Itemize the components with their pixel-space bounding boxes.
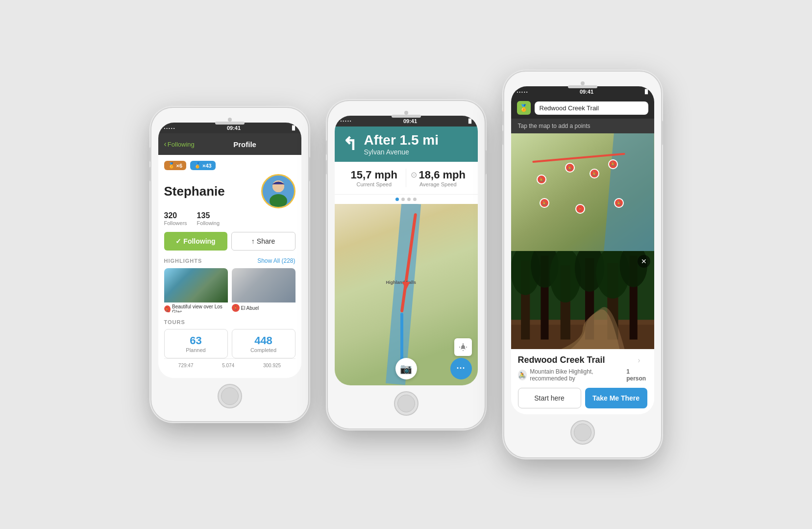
nav-title: Profile: [195, 140, 295, 149]
trail-map[interactable]: 🚴 🚴 🚴 🚴 🚴 🚶 🚴: [511, 133, 654, 251]
scene: ••••• 09:41 ▉ ‹ Following Profile 🏅 ×6: [132, 52, 681, 477]
trail-photo: ✕: [511, 251, 654, 349]
home-button-2[interactable]: [394, 391, 418, 416]
follower-stats: 320 Followers 135 Following: [164, 211, 295, 226]
back-chevron-icon: ‹: [164, 140, 167, 149]
following-stat: 135 Following: [197, 211, 220, 226]
nav-bar-1: ‹ Following Profile: [158, 133, 301, 155]
forest-image: [511, 251, 654, 349]
trail-action-buttons: Start here Take Me There: [518, 388, 647, 408]
recommended-count: 1 person: [626, 368, 647, 382]
status-bar-1: ••••• 09:41 ▉: [158, 123, 301, 133]
status-bar-2: ••••• 09:41 ▉: [335, 116, 478, 126]
dot-3: [407, 198, 411, 201]
take-me-there-button[interactable]: Take Me There: [585, 388, 647, 408]
current-speed-label: Current Speed: [343, 181, 406, 187]
back-label: Following: [168, 141, 195, 148]
signal-dots-3: •••••: [517, 90, 529, 94]
trail-marker-6[interactable]: 🚶: [575, 204, 585, 214]
street-name: Sylvan Avenue: [364, 148, 439, 156]
page-dots: [335, 195, 478, 204]
share-icon: ↑: [251, 237, 255, 245]
checkmark-icon: ✓: [175, 237, 181, 245]
trail-name-row: Redwood Creek Trail ›: [518, 355, 647, 365]
following-label: Following: [183, 237, 215, 245]
current-speed-value: 15,7 mph: [343, 169, 406, 181]
tours-grid: 63 Planned 448 Completed: [164, 329, 295, 358]
badge-icon: 🏅: [168, 162, 175, 169]
battery-icon: ▉: [292, 126, 295, 130]
planned-count: 63: [170, 334, 222, 347]
followers-count: 320: [164, 211, 187, 220]
water-overlay: [604, 133, 654, 251]
highlight-caption-1: 🚶 Beautiful view over Los Glac...: [164, 302, 228, 312]
following-count: 135: [197, 211, 220, 220]
trail-marker-3[interactable]: 🚴: [590, 169, 599, 178]
trail-search-field[interactable]: Redwood Creek Trail: [535, 101, 648, 115]
planned-label: Planned: [170, 347, 222, 353]
profile-header-row: Stephanie: [164, 174, 295, 208]
trail-marker-2[interactable]: 🚴: [565, 163, 575, 173]
avg-speed-icon: ⊙: [411, 170, 417, 179]
trail-marker-1[interactable]: 🚴: [537, 175, 546, 184]
trail-name: Redwood Creek Trail: [518, 355, 647, 365]
highlight-caption-2: 🚶 El Abuel: [232, 302, 295, 312]
dot-1: [395, 198, 399, 201]
bike-icon: 🚴: [518, 370, 527, 380]
app-icon: 🏅: [517, 101, 531, 115]
direction-info: After 1.5 mi Sylvan Avenue: [364, 132, 439, 156]
time-display-3: 09:41: [580, 89, 593, 95]
camera-button[interactable]: 📷: [395, 358, 417, 379]
completed-count: 448: [237, 334, 290, 347]
action-buttons: ✓ Following ↑ Share: [164, 232, 295, 251]
badge-bronze: 🏅 ×6: [164, 161, 187, 170]
highlights-label: HIGHLIGHTS: [164, 258, 202, 264]
trail-info-panel: Redwood Creek Trail › 🚴 Mountain Bike Hi…: [511, 349, 654, 414]
current-speed-stat: 15,7 mph Current Speed: [343, 169, 406, 187]
badge-count-2: ×43: [202, 163, 212, 169]
tours-header: TOURS: [164, 319, 295, 325]
footer-val-3: 300.925: [263, 363, 281, 368]
trail-marker-4[interactable]: 🚴: [608, 159, 618, 169]
share-button[interactable]: ↑ Share: [231, 232, 295, 251]
planned-box: 63 Planned: [164, 329, 228, 358]
highlight-item-1[interactable]: 🚶 Beautiful view over Los Glac...: [164, 268, 228, 312]
trail-marker-5[interactable]: 🚴: [540, 198, 549, 208]
badge-blue: 🏅 ×43: [190, 161, 216, 170]
signal-dots: •••••: [164, 126, 176, 130]
profile-footer-stats: 729:47 5.074 300.925: [164, 358, 295, 372]
more-button[interactable]: ···: [450, 358, 472, 379]
close-photo-button[interactable]: ✕: [638, 255, 650, 268]
show-all-link[interactable]: Show All (228): [257, 257, 295, 264]
location-button[interactable]: [454, 338, 472, 356]
dot-4: [413, 198, 417, 201]
avatar: [261, 174, 295, 208]
home-button-3[interactable]: [570, 420, 595, 445]
phone-profile: ••••• 09:41 ▉ ‹ Following Profile 🏅 ×6: [151, 108, 308, 421]
battery-icon-3: ▉: [645, 89, 648, 94]
dot-2: [401, 198, 405, 201]
trail-marker-7[interactable]: 🚴: [614, 198, 624, 208]
distance-text: After 1.5 mi: [364, 132, 439, 148]
nav-direction-header: ↰ After 1.5 mi Sylvan Avenue: [335, 126, 478, 162]
footer-val-2: 5.074: [222, 363, 234, 368]
completed-box: 448 Completed: [232, 329, 295, 358]
back-button[interactable]: ‹ Following: [164, 140, 195, 149]
share-label: Share: [257, 237, 275, 245]
speed-stats-row: 15,7 mph Current Speed ⊙ 18,6 mph Averag…: [335, 162, 478, 195]
start-here-button[interactable]: Start here: [518, 388, 581, 408]
status-bar-3: ••••• 09:41 ▉: [511, 86, 654, 97]
trail-meta-text: Mountain Bike Highlight, recommended by: [530, 368, 623, 382]
followers-label: Followers: [164, 220, 187, 226]
highlight-item-2[interactable]: 🚶 El Abuel: [232, 268, 295, 312]
navigation-map: Highland Falls ▼ 📷 ···: [335, 204, 478, 385]
trail-meta: 🚴 Mountain Bike Highlight, recommended b…: [518, 368, 647, 382]
location-arrow-marker: ▼: [399, 277, 413, 293]
badge-icon-2: 🏅: [194, 162, 201, 169]
home-button-1[interactable]: [218, 384, 242, 408]
highlight-icon-1: 🚶: [164, 305, 171, 312]
signal-dots-2: •••••: [341, 119, 352, 123]
following-button[interactable]: ✓ Following: [164, 232, 227, 251]
completed-label: Completed: [237, 347, 290, 353]
time-display: 09:41: [227, 125, 241, 131]
